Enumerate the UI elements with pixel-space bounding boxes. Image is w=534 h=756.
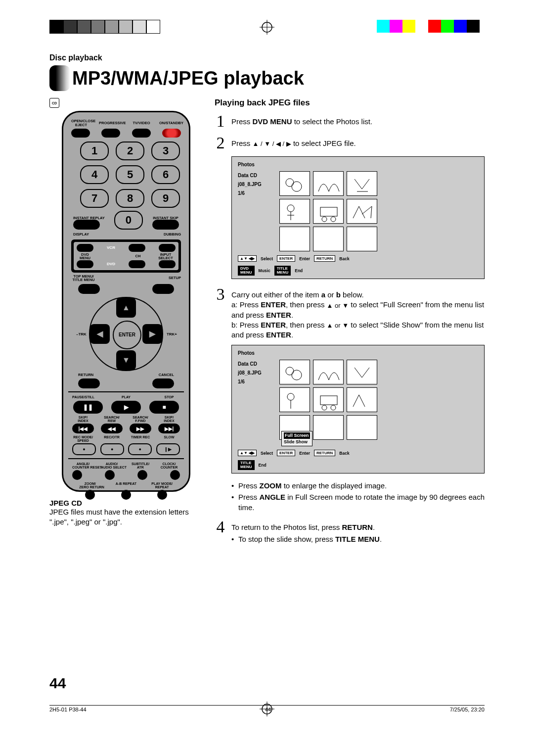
pause-button: ❚❚ xyxy=(73,401,103,414)
list-item: To stop the slide show, press TITLE MENU… xyxy=(231,534,485,544)
title-bar: MP3/WMA/JPEG playback xyxy=(49,65,485,91)
thumb-empty xyxy=(279,227,310,251)
svg-point-6 xyxy=(286,179,294,187)
rec-otr-button: ● xyxy=(100,443,124,455)
svg-rect-15 xyxy=(320,396,337,405)
thumb-icon xyxy=(313,387,344,412)
instant-skip-button xyxy=(152,220,179,230)
osd-photos-2: Photos Data CD j08_8.JPG 1/6 xyxy=(231,345,485,473)
section-label: Disc playback xyxy=(49,53,485,62)
ab-repeat-button xyxy=(121,490,131,500)
osd-popup-menu: Full Screen Slide Show xyxy=(281,431,312,446)
page-title: MP3/WMA/JPEG playback xyxy=(72,68,304,89)
setup-button xyxy=(152,284,174,294)
left-column: CD OPEN/CLOSEEJECT PROGRESSIVE TV/VIDEO … xyxy=(49,98,203,555)
eject-button xyxy=(71,129,90,138)
tv-video-button xyxy=(132,129,151,138)
num-5: 5 xyxy=(116,165,144,184)
instant-replay-button xyxy=(73,220,100,230)
osd-photos-1: Photos Data CD j08_8.JPG 1/6 xyxy=(231,156,485,279)
play-mode-button xyxy=(157,490,167,500)
jpeg-cd-note: JPEG CD JPEG files must have the extensi… xyxy=(49,499,203,527)
svg-point-10 xyxy=(322,217,327,222)
svg-point-14 xyxy=(287,393,294,400)
registration-color-bar xyxy=(377,20,480,33)
num-9: 9 xyxy=(151,189,180,208)
svg-point-17 xyxy=(331,405,336,410)
play-button: ▶ xyxy=(111,401,141,414)
thumb-icon xyxy=(347,387,377,412)
list-item: Press ZOOM to enlarge the displayed imag… xyxy=(231,480,485,491)
thumb-empty xyxy=(347,415,377,440)
content-area: Disc playback MP3/WMA/JPEG playback CD O… xyxy=(49,53,485,692)
angle-button xyxy=(72,470,82,480)
step-3: 3 Carry out either of the item a or b be… xyxy=(215,286,485,340)
subheading: Playing back JPEG files xyxy=(215,98,485,108)
page-number: 44 xyxy=(49,675,66,692)
thumb-icon xyxy=(313,171,344,196)
thumb-icon xyxy=(347,360,377,384)
skip-prev-button: |◀◀ xyxy=(72,424,94,433)
svg-point-11 xyxy=(331,217,336,222)
title-bullet-icon xyxy=(49,65,70,91)
remote-illustration: OPEN/CLOSEEJECT PROGRESSIVE TV/VIDEO ON/… xyxy=(62,111,190,492)
thumb-empty xyxy=(347,227,377,251)
registration-mono-bar xyxy=(49,20,160,33)
dpad-down: ▼ xyxy=(116,350,136,370)
thumb-icon xyxy=(279,199,310,224)
dpad: –TRK TRK+ ▲ ▼ ◀ ▶ ENTER xyxy=(89,297,163,371)
slow-button: ❙▶ xyxy=(156,443,180,455)
rec-mode-button: ● xyxy=(72,443,96,455)
ch-up-button xyxy=(129,244,145,252)
svg-point-13 xyxy=(292,370,302,380)
skip-next-button: ▶▶| xyxy=(158,424,180,433)
step-2: 2 Press ▲ / ▼ / ◀ / ▶ to select JPEG fil… xyxy=(215,135,485,151)
cancel-button xyxy=(152,378,174,388)
dubbing-button xyxy=(159,244,176,252)
svg-point-8 xyxy=(287,205,294,212)
right-column: Playing back JPEG files 1 Press DVD MENU… xyxy=(215,98,485,555)
thumb-empty xyxy=(313,227,344,251)
audio-button xyxy=(105,470,115,480)
vcr-dvd-block: VCR DVD MENU CH INPUT SELECT xyxy=(71,239,181,273)
rew-button: ◀◀ xyxy=(101,424,123,433)
stop-button: ■ xyxy=(149,401,179,414)
thumb-icon xyxy=(279,387,310,412)
cd-badge-icon: CD xyxy=(49,98,59,108)
clock-button xyxy=(170,470,180,480)
timer-rec-button: ● xyxy=(128,443,152,455)
num-7: 7 xyxy=(80,189,109,208)
num-1: 1 xyxy=(80,142,109,160)
dvd-menu-button xyxy=(77,260,93,268)
thumb-icon xyxy=(279,171,310,196)
thumb-icon xyxy=(347,199,377,224)
step3-bullets: Press ZOOM to enlarge the displayed imag… xyxy=(215,480,485,513)
footer-slug: 2H5-01 P38-44 44 7/25/05, 23:20 xyxy=(49,705,485,712)
thumb-icon xyxy=(313,360,344,384)
power-button xyxy=(162,129,181,138)
thumb-icon xyxy=(347,171,377,196)
subtitle-button xyxy=(137,470,147,480)
dpad-left: ◀ xyxy=(90,324,110,344)
step-1: 1 Press DVD MENU to select the Photos li… xyxy=(215,113,485,130)
list-item: Press ANGLE in Full Screen mode to rotat… xyxy=(231,492,485,513)
svg-point-16 xyxy=(322,405,327,410)
ch-down-button xyxy=(129,260,145,268)
svg-rect-9 xyxy=(320,207,337,216)
dpad-up: ▲ xyxy=(116,298,136,318)
return-button xyxy=(78,378,100,388)
thumb-icon xyxy=(279,360,310,384)
thumb-empty xyxy=(313,415,344,440)
input-select-button xyxy=(159,260,176,268)
zoom-button xyxy=(85,490,95,500)
top-menu-button xyxy=(78,284,100,294)
manual-page: Disc playback MP3/WMA/JPEG playback CD O… xyxy=(0,0,534,756)
num-2: 2 xyxy=(116,142,144,160)
svg-point-12 xyxy=(286,367,294,375)
svg-point-7 xyxy=(292,182,302,191)
dpad-right: ▶ xyxy=(142,324,162,344)
num-6: 6 xyxy=(151,165,180,184)
num-3: 3 xyxy=(151,142,180,160)
step-4: 4 To return to the Photos list, press RE… xyxy=(215,519,485,550)
progressive-button xyxy=(101,129,120,138)
